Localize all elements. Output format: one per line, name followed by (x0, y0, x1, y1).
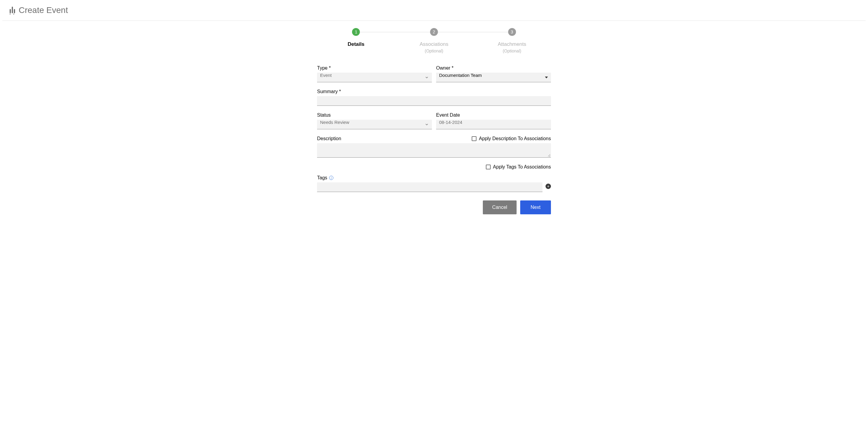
step-number: 1 (352, 28, 360, 36)
type-label: Type * (317, 65, 432, 71)
cancel-button[interactable]: Cancel (483, 201, 517, 214)
chevron-down-icon (425, 76, 429, 80)
create-event-icon (10, 6, 15, 14)
info-icon[interactable]: i (329, 176, 333, 180)
stepper: 1 Details 2 Associations (Optional) 3 At… (317, 28, 551, 53)
form-content: 1 Details 2 Associations (Optional) 3 At… (313, 21, 555, 227)
caret-down-icon (545, 76, 548, 79)
apply-description-label: Apply Description To Associations (479, 136, 551, 141)
checkbox-icon (472, 136, 476, 141)
status-value: Needs Review (320, 120, 425, 129)
description-label: Description (317, 136, 341, 141)
event-date-value: 08-14-2024 (439, 120, 548, 129)
step-sublabel: (Optional) (503, 49, 521, 53)
checkbox-icon (486, 164, 491, 170)
description-field[interactable] (320, 145, 548, 157)
step-label: Attachments (498, 41, 526, 47)
event-date-input[interactable]: 08-14-2024 (436, 120, 551, 129)
apply-description-checkbox[interactable]: Apply Description To Associations (472, 136, 551, 141)
resize-handle-icon[interactable] (547, 154, 550, 157)
type-select[interactable]: Event (317, 73, 432, 82)
summary-field[interactable] (320, 96, 548, 106)
apply-tags-checkbox[interactable]: Apply Tags To Associations (486, 164, 551, 170)
type-value: Event (320, 73, 425, 82)
step-number: 2 (430, 28, 438, 36)
owner-label: Owner * (436, 65, 551, 71)
step-label: Associations (420, 41, 448, 47)
page-header: Create Event (2, 0, 866, 21)
summary-input[interactable] (317, 96, 551, 106)
tags-input[interactable] (317, 182, 542, 192)
svg-marker-0 (545, 77, 548, 79)
description-textarea[interactable] (317, 143, 551, 158)
owner-select[interactable]: Documentation Team (436, 73, 551, 82)
next-button[interactable]: Next (520, 201, 551, 214)
step-details[interactable]: 1 Details (317, 28, 395, 47)
status-label: Status (317, 113, 432, 118)
page-title: Create Event (19, 5, 68, 15)
event-date-label: Event Date (436, 113, 551, 118)
status-select[interactable]: Needs Review (317, 120, 432, 129)
chevron-down-icon (425, 122, 429, 127)
summary-label: Summary * (317, 89, 551, 94)
step-number: 3 (508, 28, 516, 36)
add-tag-button[interactable]: + (546, 184, 551, 189)
apply-tags-label: Apply Tags To Associations (493, 164, 551, 170)
step-sublabel: (Optional) (425, 49, 443, 53)
owner-value: Documentation Team (439, 73, 545, 82)
tags-label: Tags (317, 175, 327, 181)
step-label: Details (347, 41, 364, 47)
